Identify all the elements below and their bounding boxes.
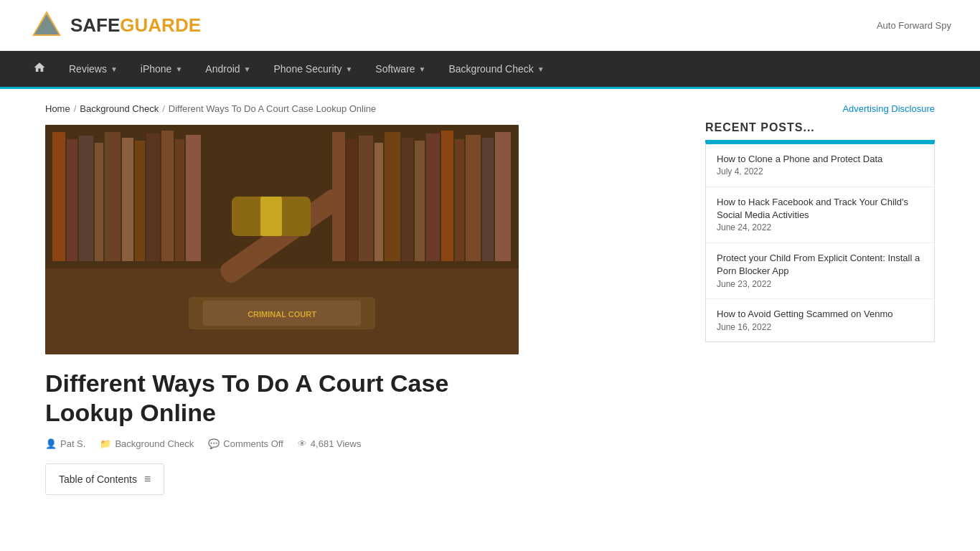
logo[interactable]: SAFEGUARDE: [29, 7, 201, 43]
nav-item-android[interactable]: Android ▼: [194, 53, 262, 85]
chevron-down-icon: ▼: [419, 65, 426, 73]
breadcrumb-current: Different Ways To Do A Court Case Lookup…: [169, 103, 377, 114]
svg-rect-27: [495, 132, 511, 261]
list-icon: ≡: [144, 473, 151, 486]
breadcrumb: Home / Background Check / Different Ways…: [45, 103, 684, 114]
main-column: Home / Background Check / Different Ways…: [45, 103, 684, 495]
site-header: SAFEGUARDE Auto Forward Spy: [0, 0, 980, 51]
svg-rect-6: [79, 136, 93, 261]
recent-post-item[interactable]: How to Hack Facebook and Track Your Chil…: [706, 187, 934, 243]
comment-icon: 💬: [208, 438, 220, 449]
recent-post-item[interactable]: How to Avoid Getting Scammed on Venmo Ju…: [706, 299, 934, 342]
svg-rect-24: [455, 139, 464, 261]
chevron-down-icon: ▼: [345, 65, 352, 73]
post-date: July 4, 2022: [717, 166, 923, 178]
svg-rect-7: [95, 143, 103, 261]
post-date: June 16, 2022: [717, 321, 923, 334]
chevron-down-icon: ▼: [244, 65, 251, 73]
svg-rect-19: [385, 132, 400, 261]
nav-item-background-check[interactable]: Background Check ▼: [438, 53, 556, 85]
svg-rect-31: [260, 197, 282, 236]
post-date: June 24, 2022: [717, 222, 923, 234]
sidebar: Advertising Disclosure RECENT POSTS... H…: [705, 103, 935, 495]
svg-rect-18: [374, 143, 383, 261]
article-title: Different Ways To Do A Court Case Lookup…: [45, 369, 519, 428]
nav-item-iphone[interactable]: iPhone ▼: [129, 53, 194, 85]
svg-rect-11: [146, 133, 160, 261]
svg-rect-5: [67, 139, 77, 261]
chevron-down-icon: ▼: [110, 65, 118, 73]
post-title: Protect your Child From Explicit Content…: [717, 252, 923, 278]
logo-icon: [29, 7, 65, 43]
page-content: Home / Background Check / Different Ways…: [24, 89, 956, 509]
recent-post-item[interactable]: How to Clone a Phone and Protect Data Ju…: [706, 144, 934, 187]
chevron-down-icon: ▼: [175, 65, 182, 73]
nav-item-phone-security[interactable]: Phone Security ▼: [262, 53, 364, 85]
logo-text: SAFEGUARDE: [70, 14, 201, 37]
user-icon: 👤: [45, 438, 57, 449]
svg-rect-13: [175, 139, 184, 261]
post-title: How to Hack Facebook and Track Your Chil…: [717, 196, 923, 222]
svg-rect-25: [466, 135, 481, 261]
chevron-down-icon: ▼: [537, 65, 545, 73]
svg-rect-22: [426, 133, 440, 261]
meta-comments: 💬 Comments Off: [208, 438, 283, 449]
advertising-disclosure-link[interactable]: Advertising Disclosure: [705, 103, 935, 114]
recent-posts-list: How to Clone a Phone and Protect Data Ju…: [705, 142, 935, 342]
toc-label: Table of Contents: [59, 474, 137, 485]
meta-views: 👁 4,681 Views: [298, 438, 362, 449]
svg-rect-12: [161, 131, 174, 261]
svg-text:CRIMINAL COURT: CRIMINAL COURT: [248, 310, 316, 319]
eye-icon: 👁: [298, 438, 307, 449]
svg-rect-20: [402, 138, 413, 261]
folder-icon: 📁: [100, 438, 111, 449]
home-icon: [33, 61, 46, 74]
gavel-illustration: CRIMINAL COURT: [45, 125, 519, 354]
svg-rect-21: [415, 141, 425, 261]
breadcrumb-section[interactable]: Background Check: [80, 103, 159, 114]
svg-rect-14: [186, 135, 201, 261]
article-meta: 👤 Pat S. 📁 Background Check 💬 Comments O…: [45, 438, 684, 449]
nav-home-button[interactable]: [22, 51, 57, 87]
svg-rect-23: [441, 131, 453, 261]
recent-posts-heading: RECENT POSTS...: [705, 121, 935, 142]
svg-rect-8: [105, 132, 121, 261]
recent-post-item[interactable]: Protect your Child From Explicit Content…: [706, 243, 934, 299]
breadcrumb-home[interactable]: Home: [45, 103, 70, 114]
main-nav: Reviews ▼ iPhone ▼ Android ▼ Phone Secur…: [0, 51, 980, 89]
meta-author: 👤 Pat S.: [45, 438, 85, 449]
svg-rect-26: [482, 138, 494, 261]
post-date: June 23, 2022: [717, 278, 923, 291]
nav-item-reviews[interactable]: Reviews ▼: [57, 53, 129, 85]
svg-marker-1: [34, 14, 59, 34]
breadcrumb-sep2: /: [162, 103, 165, 114]
meta-category: 📁 Background Check: [100, 438, 194, 449]
post-title: How to Clone a Phone and Protect Data: [717, 153, 923, 166]
svg-rect-9: [122, 138, 133, 261]
svg-rect-16: [347, 139, 357, 261]
header-ad: Auto Forward Spy: [877, 20, 951, 31]
svg-rect-17: [359, 136, 373, 261]
toc-box[interactable]: Table of Contents ≡: [45, 463, 164, 495]
breadcrumb-sep1: /: [74, 103, 77, 114]
article-hero-image: CRIMINAL COURT: [45, 125, 519, 354]
post-title: How to Avoid Getting Scammed on Venmo: [717, 308, 923, 321]
svg-rect-4: [52, 132, 65, 261]
svg-rect-10: [135, 141, 145, 261]
nav-item-software[interactable]: Software ▼: [364, 53, 437, 85]
